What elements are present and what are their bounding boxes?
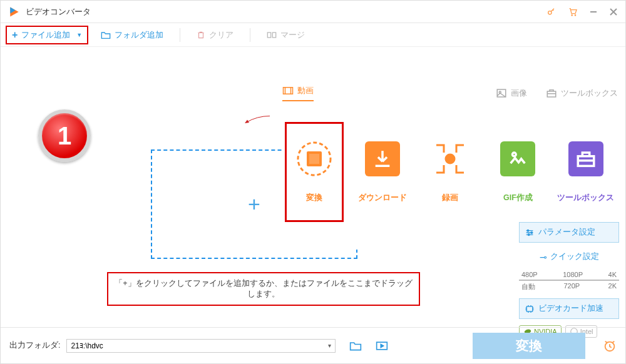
sliders-icon — [525, 228, 535, 237]
footer: 出力フォルダ: 21ﾖ:\hdvc ▾ 変換 — [1, 327, 625, 363]
output-folder-label: 出力フォルダ: — [9, 340, 60, 351]
convert-icon — [297, 141, 332, 176]
step-number: 1 — [58, 122, 71, 150]
add-folder-label: フォルダ追加 — [115, 29, 163, 41]
merge-button[interactable]: マージ — [260, 27, 311, 43]
key-icon[interactable] — [546, 7, 557, 17]
card-toolbox[interactable]: ツールボックス — [557, 122, 615, 222]
tab-toolbox-label: ツールボックス — [561, 88, 618, 99]
ruler-4k: 4K — [608, 271, 617, 278]
tab-image-label: 画像 — [511, 88, 527, 99]
image-icon — [496, 88, 507, 99]
step-badge: 1 — [38, 109, 91, 162]
tab-video[interactable]: 動画 — [282, 85, 314, 101]
tab-toolbox[interactable]: ツールボックス — [546, 88, 618, 99]
close-icon[interactable] — [609, 8, 618, 16]
clear-label: クリア — [209, 29, 233, 41]
chevron-down-icon: ▼ — [76, 32, 82, 38]
minimize-icon[interactable] — [589, 8, 598, 16]
open-folder-icon[interactable] — [349, 340, 362, 351]
param-settings-button[interactable]: パラメータ設定 — [519, 222, 619, 243]
add-file-button[interactable]: + ファイル追加 ▼ — [6, 26, 88, 44]
download-icon — [365, 141, 400, 176]
svg-rect-18 — [526, 306, 532, 311]
convert-button[interactable]: 変換 — [473, 333, 585, 359]
merge-label: マージ — [280, 29, 305, 41]
chip-icon — [525, 305, 535, 313]
param-label: パラメータ設定 — [538, 227, 595, 238]
folder-icon — [101, 31, 111, 39]
svg-point-12 — [446, 154, 454, 163]
card-convert-label: 変換 — [306, 193, 322, 203]
card-record-label: 録画 — [442, 193, 458, 203]
add-folder-button[interactable]: フォルダ追加 — [95, 27, 170, 43]
convert-button-label: 変換 — [516, 337, 542, 355]
card-download-label: ダウンロード — [358, 193, 407, 203]
video-icon — [282, 85, 294, 96]
card-convert[interactable]: 変換 — [285, 122, 344, 222]
gif-icon — [500, 141, 535, 176]
record-icon — [433, 141, 468, 176]
gpu-label: ビデオカード加速 — [538, 303, 603, 314]
svg-point-17 — [528, 234, 530, 236]
svg-point-15 — [527, 230, 529, 231]
merge-icon — [267, 31, 277, 39]
alarm-icon[interactable] — [603, 339, 617, 353]
tab-video-label: 動画 — [297, 85, 314, 96]
app-logo-icon — [8, 6, 21, 18]
main-area: 1 + 「+」をクリックしてファイルを追加するか、またはファイルをここまでドラッ… — [1, 47, 625, 328]
toggle-icon: ⊸ — [540, 252, 547, 262]
card-gif-label: GIF作成 — [503, 193, 533, 203]
card-download[interactable]: ダウンロード — [352, 122, 411, 222]
cart-icon[interactable] — [568, 7, 578, 17]
drop-hint: 「+」をクリックしてファイルを追加するか、またはファイルをここまでドラッグします… — [107, 272, 420, 306]
ruler-auto: 自動 — [521, 282, 535, 291]
toolbox-card-icon — [568, 141, 603, 176]
toolbar: + ファイル追加 ▼ フォルダ追加 クリア マージ — [1, 23, 625, 47]
add-file-label: ファイル追加 — [21, 29, 70, 41]
output-path-value: 21ﾖ:\hdvc — [71, 341, 103, 350]
add-plus-icon: + — [248, 192, 260, 216]
svg-rect-11 — [309, 154, 319, 164]
card-row: 変換 ダウンロード 録画 GIF作成 — [282, 122, 618, 222]
resolution-ruler[interactable]: 480P 1080P 4K 自動 720P 2K — [519, 271, 619, 292]
card-gif[interactable]: GIF作成 — [488, 122, 547, 222]
svg-point-13 — [513, 153, 516, 156]
divider — [180, 28, 180, 42]
svg-point-2 — [575, 14, 575, 15]
svg-point-16 — [531, 231, 533, 233]
output-path-dropdown[interactable]: 21ﾖ:\hdvc ▾ — [66, 339, 336, 353]
card-record[interactable]: 録画 — [421, 122, 480, 222]
divider — [250, 28, 250, 42]
annotation-arrow-icon — [232, 114, 282, 127]
ruler-720p: 720P — [563, 282, 580, 291]
chevron-down-icon: ▾ — [328, 342, 331, 349]
svg-point-1 — [572, 14, 572, 15]
video-output-icon[interactable] — [376, 340, 388, 351]
ruler-2k: 2K — [608, 282, 617, 291]
title-controls — [546, 7, 618, 17]
app-title: ビデオコンバータ — [26, 6, 546, 18]
drop-hint-text: 「+」をクリックしてファイルを追加するか、またはファイルをここまでドラッグします… — [115, 279, 412, 298]
tab-image[interactable]: 画像 — [496, 88, 527, 99]
quick-label: クイック設定 — [550, 251, 599, 262]
trash-icon — [197, 30, 205, 40]
side-settings: パラメータ設定 ⊸ クイック設定 480P 1080P 4K 自動 720P 2… — [519, 222, 619, 338]
card-toolbox-label: ツールボックス — [557, 193, 614, 203]
quick-settings-toggle[interactable]: ⊸ クイック設定 — [519, 249, 619, 265]
svg-rect-3 — [268, 33, 271, 38]
panel-tabs: 動画 画像 ツールボックス — [282, 81, 618, 106]
plus-icon: + — [12, 29, 18, 41]
ruler-480p: 480P — [521, 271, 538, 278]
footer-icons — [349, 340, 388, 351]
clear-button[interactable]: クリア — [190, 27, 240, 43]
toolbox-icon — [546, 88, 557, 99]
titlebar: ビデオコンバータ — [1, 1, 625, 23]
ruler-1080p: 1080P — [563, 271, 583, 278]
svg-point-0 — [548, 11, 552, 14]
gpu-accel-button[interactable]: ビデオカード加速 — [519, 298, 619, 319]
svg-rect-4 — [273, 33, 276, 38]
